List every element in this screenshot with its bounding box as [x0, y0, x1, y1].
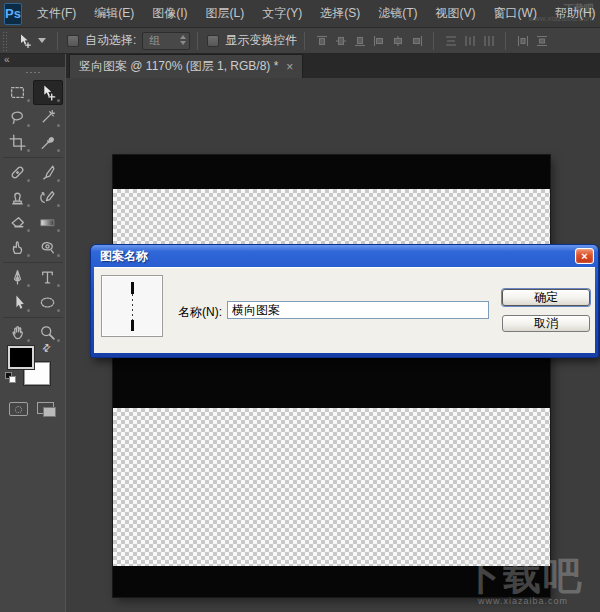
separator — [433, 32, 434, 50]
eyedropper-tool-icon[interactable] — [33, 130, 63, 155]
hand-tool-icon[interactable] — [3, 320, 33, 345]
path-selection-tool-icon[interactable] — [3, 290, 33, 315]
collapse-panel-icon[interactable]: « — [4, 54, 9, 65]
align-vertical-centers-button[interactable] — [332, 32, 349, 49]
stepper-arrows-icon — [180, 35, 186, 45]
canvas-area: 竖向图案 @ 1170% (图层 1, RGB/8) * × 图案名称 × 名称… — [65, 54, 600, 612]
tool-options-bar: 自动选择: 组 显示变换控件 — [0, 28, 600, 54]
transparent-checker-area — [113, 408, 550, 566]
menu-type[interactable]: 文字(Y) — [253, 0, 311, 27]
menu-select[interactable]: 选择(S) — [311, 0, 369, 27]
tab-close-icon[interactable]: × — [286, 60, 293, 74]
magic-wand-tool-icon[interactable] — [33, 105, 63, 130]
tool-group-separator — [3, 260, 63, 263]
smudge-tool-icon[interactable] — [3, 235, 33, 260]
watermark-url: www.xiazaiba.com — [528, 14, 594, 24]
menu-layer[interactable]: 图层(L) — [197, 0, 254, 27]
align-right-edges-button[interactable] — [408, 32, 425, 49]
ok-button[interactable]: 确定 — [502, 289, 590, 306]
move-tool-icon[interactable] — [33, 80, 63, 105]
menu-file[interactable]: 文件(F) — [28, 0, 85, 27]
watermark-bottom: 下载吧 www.xiazaiba.com — [448, 556, 598, 606]
menu-edit[interactable]: 编辑(E) — [85, 0, 143, 27]
foreground-color-swatch[interactable] — [8, 346, 34, 369]
menu-view[interactable]: 视图(V) — [427, 0, 485, 27]
dialog-close-button[interactable]: × — [575, 248, 594, 264]
pattern-black-stripe — [113, 155, 550, 189]
separator — [57, 32, 58, 50]
menu-filter[interactable]: 滤镜(T) — [369, 0, 426, 27]
dodge-tool-icon[interactable] — [33, 235, 63, 260]
separator — [505, 32, 506, 50]
auto-select-dropdown[interactable]: 组 — [142, 32, 190, 50]
dialog-title: 图案名称 — [100, 248, 148, 265]
lasso-tool-icon[interactable] — [3, 105, 33, 130]
dialog-titlebar[interactable]: 图案名称 × — [91, 245, 598, 267]
clone-stamp-tool-icon[interactable] — [3, 185, 33, 210]
tools-grid — [0, 80, 65, 345]
tool-group-separator — [3, 315, 63, 318]
separator — [197, 32, 198, 50]
pattern-black-stripe — [113, 358, 550, 408]
tool-preset-caret-icon[interactable] — [38, 38, 46, 43]
color-swatches: ⇄ — [0, 344, 65, 396]
align-top-edges-button[interactable] — [313, 32, 330, 49]
pen-tool-icon[interactable] — [3, 265, 33, 290]
pattern-name-input[interactable] — [227, 301, 489, 319]
type-tool-icon[interactable] — [33, 265, 63, 290]
watermark-top: 下载吧 www.xiazaiba.com — [528, 4, 594, 24]
show-transform-checkbox[interactable] — [207, 35, 219, 47]
collapse-panel-strip: « — [0, 54, 65, 67]
pattern-preview-dashed-line — [131, 282, 134, 331]
menu-bar: Ps 文件(F) 编辑(E) 图像(I) 图层(L) 文字(Y) 选择(S) 滤… — [0, 0, 600, 28]
watermark-brand: 下载吧 — [528, 4, 594, 14]
dialog-body: 名称(N): 确定 取消 — [94, 267, 595, 353]
distribute-horizontal-button[interactable] — [514, 32, 531, 49]
auto-select-value: 组 — [149, 33, 160, 48]
distribute-bottom-edges-button[interactable] — [480, 32, 497, 49]
document-tab-bar: 竖向图案 @ 1170% (图层 1, RGB/8) * × — [66, 54, 600, 78]
document-tab[interactable]: 竖向图案 @ 1170% (图层 1, RGB/8) * × — [69, 54, 303, 78]
cancel-button[interactable]: 取消 — [502, 315, 590, 332]
move-tool-option-icon — [14, 31, 34, 51]
align-horizontal-centers-button[interactable] — [389, 32, 406, 49]
show-transform-label: 显示变换控件 — [225, 32, 297, 49]
menu-image[interactable]: 图像(I) — [143, 0, 196, 27]
zoom-tool-icon[interactable] — [33, 320, 63, 345]
photoshop-logo: Ps — [4, 3, 22, 25]
spot-healing-brush-tool-icon[interactable] — [3, 160, 33, 185]
align-bottom-edges-button[interactable] — [351, 32, 368, 49]
screen-mode-icon[interactable] — [37, 402, 56, 416]
watermark-brand: 下载吧 — [448, 556, 598, 596]
auto-select-checkbox[interactable] — [67, 35, 79, 47]
quick-mask-mode-icon[interactable] — [9, 402, 28, 416]
crop-tool-icon[interactable] — [3, 130, 33, 155]
pattern-name-dialog: 图案名称 × 名称(N): 确定 取消 — [91, 245, 598, 357]
gradient-tool-icon[interactable] — [33, 210, 63, 235]
options-bar-grip[interactable] — [2, 31, 8, 51]
document-tab-title: 竖向图案 @ 1170% (图层 1, RGB/8) * — [79, 58, 278, 75]
separator — [304, 32, 305, 50]
align-left-edges-button[interactable] — [370, 32, 387, 49]
default-colors-icon[interactable] — [5, 372, 17, 384]
eraser-tool-icon[interactable] — [3, 210, 33, 235]
history-brush-tool-icon[interactable] — [33, 185, 63, 210]
brush-tool-icon[interactable] — [33, 160, 63, 185]
tool-group-separator — [3, 155, 63, 158]
watermark-url: www.xiazaiba.com — [448, 596, 598, 606]
auto-select-label: 自动选择: — [85, 32, 136, 49]
tools-panel: « — [0, 54, 65, 612]
name-label: 名称(N): — [178, 304, 222, 321]
document-canvas[interactable] — [113, 155, 550, 597]
pattern-preview — [101, 275, 163, 337]
distribute-vertical-centers-button[interactable] — [461, 32, 478, 49]
ellipse-shape-tool-icon[interactable] — [33, 290, 63, 315]
distribute-vertical-button[interactable] — [533, 32, 550, 49]
distribute-top-edges-button[interactable] — [442, 32, 459, 49]
panel-grip[interactable] — [0, 67, 65, 77]
rectangular-marquee-tool-icon[interactable] — [3, 80, 33, 105]
